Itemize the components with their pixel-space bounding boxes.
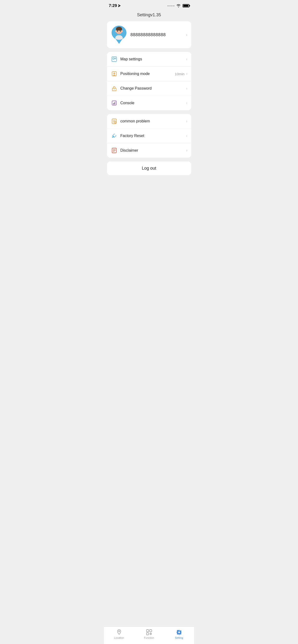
page-title: Settingv1.35 bbox=[104, 10, 194, 21]
signal-dot bbox=[171, 5, 173, 6]
map-settings-chevron: › bbox=[186, 57, 187, 61]
profile-chevron: › bbox=[186, 32, 187, 38]
positioning-mode-value: 10min bbox=[175, 72, 185, 76]
menu-item-change-password[interactable]: Change Password › bbox=[107, 81, 191, 96]
disclaimer-label: Disclaimer bbox=[120, 148, 186, 152]
positioning-mode-chevron: › bbox=[186, 72, 187, 76]
logout-button[interactable]: Log out bbox=[107, 162, 191, 175]
console-icon bbox=[111, 100, 117, 106]
positioning-mode-icon bbox=[111, 70, 117, 77]
avatar bbox=[111, 26, 127, 44]
console-label: Console bbox=[120, 101, 186, 105]
svg-point-9 bbox=[120, 30, 121, 31]
menu-item-common-problem[interactable]: common problem › bbox=[107, 114, 191, 129]
svg-rect-3 bbox=[116, 29, 122, 30]
change-password-label: Change Password bbox=[120, 86, 186, 90]
menu-item-positioning-mode[interactable]: Positioning mode 10min › bbox=[107, 66, 191, 81]
console-chevron: › bbox=[186, 101, 187, 105]
menu-item-factory-reset[interactable]: Factory Reset › bbox=[107, 129, 191, 143]
map-settings-label: Map settings bbox=[120, 57, 186, 61]
signal-dots bbox=[168, 5, 175, 6]
status-time: 7:29 bbox=[109, 3, 121, 8]
svg-rect-19 bbox=[113, 103, 114, 104]
svg-point-6 bbox=[117, 30, 118, 32]
signal-dot bbox=[173, 5, 175, 6]
factory-reset-chevron: › bbox=[186, 134, 187, 138]
wifi-icon bbox=[176, 4, 181, 8]
svg-point-17 bbox=[114, 89, 114, 90]
status-bar: 7:29 bbox=[104, 0, 194, 10]
menu-item-disclaimer[interactable]: Disclaimer › bbox=[107, 143, 191, 158]
svg-point-8 bbox=[117, 30, 118, 31]
pin-bottom bbox=[116, 39, 122, 44]
menu-group-1: Map settings › Positioning mode 10min › bbox=[107, 52, 191, 110]
menu-item-map-settings[interactable]: Map settings › bbox=[107, 52, 191, 66]
factory-reset-label: Factory Reset bbox=[120, 134, 186, 138]
signal-dot bbox=[169, 5, 171, 6]
profile-card[interactable]: 88888888888888 › bbox=[107, 21, 191, 48]
pin-dot bbox=[118, 44, 120, 46]
svg-point-7 bbox=[120, 30, 121, 32]
map-settings-icon bbox=[111, 56, 117, 62]
avatar-face-svg bbox=[112, 26, 126, 40]
change-password-chevron: › bbox=[186, 86, 187, 90]
disclaimer-icon bbox=[111, 147, 117, 154]
menu-group-2: common problem › Factory Reset › Disclai… bbox=[107, 114, 191, 158]
menu-item-console[interactable]: Console › bbox=[107, 96, 191, 110]
disclaimer-chevron: › bbox=[186, 148, 187, 152]
svg-rect-21 bbox=[115, 102, 116, 104]
battery-icon bbox=[183, 4, 189, 8]
svg-point-10 bbox=[116, 32, 117, 32]
svg-point-11 bbox=[120, 32, 122, 32]
common-problem-icon bbox=[111, 118, 117, 124]
svg-point-14 bbox=[113, 58, 114, 59]
common-problem-label: common problem bbox=[120, 119, 186, 124]
location-arrow-icon bbox=[118, 4, 121, 8]
signal-dot bbox=[168, 5, 169, 6]
factory-reset-icon bbox=[111, 132, 117, 139]
profile-info: 88888888888888 bbox=[127, 32, 186, 38]
change-password-icon bbox=[111, 85, 117, 92]
common-problem-chevron: › bbox=[186, 119, 187, 124]
status-right bbox=[168, 4, 189, 8]
svg-rect-13 bbox=[112, 57, 117, 62]
profile-id: 88888888888888 bbox=[130, 32, 166, 37]
positioning-mode-label: Positioning mode bbox=[120, 72, 175, 76]
svg-rect-20 bbox=[114, 102, 115, 104]
